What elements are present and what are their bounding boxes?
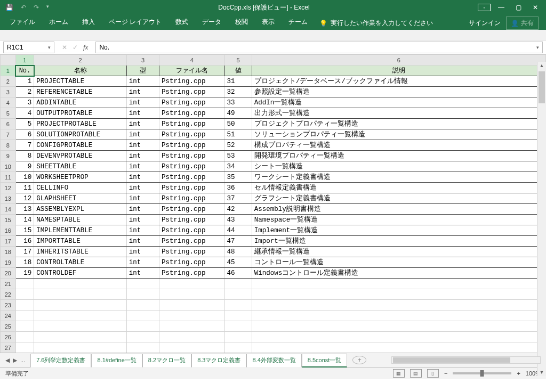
cell[interactable]: REFERENCETABLE xyxy=(34,87,127,97)
new-sheet-icon[interactable]: + xyxy=(352,356,366,364)
cell[interactable] xyxy=(159,300,225,311)
cell[interactable] xyxy=(15,300,34,311)
cell[interactable] xyxy=(15,279,34,289)
cell[interactable]: int xyxy=(126,97,159,108)
redo-icon[interactable]: ↷ xyxy=(34,4,39,11)
cell[interactable]: WORKSHEETPROP xyxy=(34,172,127,183)
cell[interactable]: IMPLEMENTTABLE xyxy=(34,225,127,236)
cell[interactable]: Pstring.cpp xyxy=(159,268,225,279)
row-header[interactable]: 12 xyxy=(1,183,16,193)
sheet-nav-prev-icon[interactable]: ◀ xyxy=(5,357,10,364)
cell[interactable]: int xyxy=(126,257,159,268)
name-box-dropdown-icon[interactable]: ▾ xyxy=(48,45,51,50)
cell[interactable] xyxy=(224,332,252,342)
cell[interactable]: int xyxy=(126,204,159,215)
cell[interactable]: int xyxy=(126,140,159,151)
cell[interactable] xyxy=(126,332,159,342)
maximize-icon[interactable]: ▢ xyxy=(512,4,525,11)
ribbon-display-icon[interactable]: ▫ xyxy=(478,4,491,11)
worksheet-grid[interactable]: 1234561No.名称型ファイル名値説明21PROJECTTABLEintPs… xyxy=(0,54,546,353)
cell[interactable]: 42 xyxy=(224,204,252,215)
sheet-tab[interactable]: 8.1#define一覧 xyxy=(91,354,142,368)
cell[interactable]: 46 xyxy=(224,268,252,279)
sheet-header-cell[interactable]: 値 xyxy=(224,66,252,76)
vertical-scrollbar[interactable]: ▲ ▼ xyxy=(537,62,546,376)
tell-me-box[interactable]: 💡 実行したい作業を入力してください xyxy=(315,17,437,30)
cell[interactable]: 構成プロパティ一覧構造 xyxy=(252,140,545,151)
cell[interactable] xyxy=(252,332,545,342)
column-header[interactable]: 1 xyxy=(15,55,34,66)
cell[interactable] xyxy=(159,342,225,353)
cell[interactable] xyxy=(252,321,545,332)
cell[interactable]: PROJECTTABLE xyxy=(34,76,127,87)
hscroll-thumb[interactable] xyxy=(393,357,510,363)
cell[interactable]: 9 xyxy=(15,161,34,172)
save-icon[interactable]: 💾 xyxy=(5,4,13,11)
enter-icon[interactable]: ✓ xyxy=(73,44,78,51)
cell[interactable]: Pstring.cpp xyxy=(159,129,225,140)
cell[interactable]: Pstring.cpp xyxy=(159,97,225,108)
row-header[interactable]: 16 xyxy=(1,225,16,236)
cell[interactable] xyxy=(159,332,225,342)
row-header[interactable]: 25 xyxy=(1,321,16,332)
cell[interactable]: Namespace一覧構造 xyxy=(252,215,545,225)
cell[interactable]: Pstring.cpp xyxy=(159,108,225,119)
cell[interactable]: int xyxy=(126,236,159,247)
cell[interactable]: DEVENVPROTABLE xyxy=(34,151,127,161)
scroll-thumb[interactable] xyxy=(539,71,545,103)
cell[interactable]: グラフシート定義書構造 xyxy=(252,193,545,204)
cell[interactable]: 8 xyxy=(15,151,34,161)
cell[interactable] xyxy=(126,342,159,353)
cell[interactable]: 48 xyxy=(224,247,252,257)
fx-icon[interactable]: fx xyxy=(83,43,88,52)
cell[interactable]: セル情報定義書構造 xyxy=(252,183,545,193)
cell[interactable] xyxy=(252,289,545,300)
row-header[interactable]: 10 xyxy=(1,161,16,172)
cell[interactable]: シート一覧構造 xyxy=(252,161,545,172)
cell[interactable]: 36 xyxy=(224,183,252,193)
cell[interactable]: Pstring.cpp xyxy=(159,87,225,97)
cell[interactable]: IMPORTTABLE xyxy=(34,236,127,247)
row-header[interactable]: 20 xyxy=(1,268,16,279)
cell[interactable] xyxy=(159,311,225,321)
scroll-up-icon[interactable]: ▲ xyxy=(537,63,546,68)
cell[interactable]: 4 xyxy=(15,108,34,119)
sheet-header-cell[interactable]: 説明 xyxy=(252,66,545,76)
cell[interactable]: Pstring.cpp xyxy=(159,236,225,247)
cell[interactable]: 11 xyxy=(15,183,34,193)
cell[interactable]: CONFIGPROTABLE xyxy=(34,140,127,151)
cell[interactable]: Implement一覧構造 xyxy=(252,225,545,236)
cell[interactable]: int xyxy=(126,247,159,257)
cell[interactable]: 49 xyxy=(224,108,252,119)
formula-input[interactable]: No. ▾ xyxy=(95,42,543,53)
cell[interactable]: int xyxy=(126,193,159,204)
normal-view-icon[interactable]: ▦ xyxy=(393,369,405,378)
cell[interactable]: int xyxy=(126,76,159,87)
cell[interactable]: Pstring.cpp xyxy=(159,204,225,215)
scroll-down-icon[interactable]: ▼ xyxy=(537,370,546,375)
cell[interactable]: SOLUTIONPROTABLE xyxy=(34,129,127,140)
cell[interactable] xyxy=(34,332,127,342)
page-layout-view-icon[interactable]: ▤ xyxy=(410,369,422,378)
cell[interactable] xyxy=(252,311,545,321)
cell[interactable]: Windowsコントロール定義書構造 xyxy=(252,268,545,279)
cell[interactable]: Pstring.cpp xyxy=(159,140,225,151)
cell[interactable] xyxy=(224,342,252,353)
row-header[interactable]: 13 xyxy=(1,193,16,204)
zoom-in-icon[interactable]: + xyxy=(517,370,520,377)
cell[interactable] xyxy=(126,300,159,311)
cell[interactable]: 7 xyxy=(15,140,34,151)
cell[interactable]: Pstring.cpp xyxy=(159,257,225,268)
sheet-tab[interactable]: 8.4外部変数一覧 xyxy=(246,354,301,368)
cell[interactable]: 15 xyxy=(15,225,34,236)
cell[interactable] xyxy=(126,289,159,300)
column-header[interactable]: 5 xyxy=(224,55,252,66)
sheet-nav-more[interactable]: ... xyxy=(20,357,25,364)
row-header[interactable]: 14 xyxy=(1,204,16,215)
sheet-tab[interactable]: 7.6列挙定数定義書 xyxy=(30,354,91,368)
cell[interactable]: 50 xyxy=(224,119,252,129)
sheet-tab[interactable]: 8.3マクロ定義書 xyxy=(191,354,246,368)
cell[interactable]: int xyxy=(126,129,159,140)
row-header[interactable]: 17 xyxy=(1,236,16,247)
name-box[interactable]: R1C1 ▾ xyxy=(3,42,54,53)
